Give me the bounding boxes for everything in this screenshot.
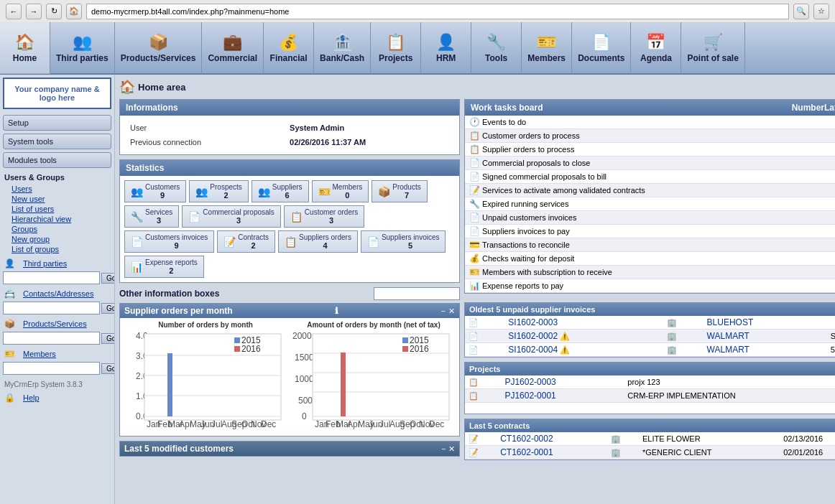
invoice-company-icon: 🏢 xyxy=(663,316,703,330)
contacts-sidebar-link[interactable]: Contacts/Addresses xyxy=(17,289,99,299)
invoice-ref[interactable]: SI1602-0003 xyxy=(504,316,663,330)
stat-item[interactable]: 📄 Commercial proposals 3 xyxy=(182,205,280,228)
task-label[interactable]: 💰Checks waiting for deposit xyxy=(465,252,824,266)
back-button[interactable]: ← xyxy=(6,4,22,19)
invoice-icon-cell: 📄 xyxy=(465,330,504,343)
task-count: 1 xyxy=(824,184,835,197)
nav-third-parties[interactable]: 👥 Third parties xyxy=(50,22,115,74)
user-value: System Admin xyxy=(285,121,453,134)
modules-tools-button[interactable]: Modules tools xyxy=(3,152,111,168)
tools-icon: 🔧 xyxy=(486,33,506,52)
nav-agenda[interactable]: 📅 Agenda xyxy=(631,22,681,74)
nav-members[interactable]: 🎫 Members xyxy=(522,22,572,74)
stat-info: Commercial proposals 3 xyxy=(203,208,274,225)
stat-item[interactable]: 🔧 Services 3 xyxy=(124,205,179,228)
list-of-groups-link[interactable]: List of groups xyxy=(6,244,111,254)
task-label[interactable]: 📄Signed commercial proposals to bill xyxy=(465,170,824,184)
third-parties-go-button[interactable]: Go xyxy=(101,273,115,284)
stat-item[interactable]: 📋 Customer orders 3 xyxy=(284,205,364,228)
invoice-company[interactable]: BLUEHOST xyxy=(703,316,827,330)
nav-financial[interactable]: 💰 Financial xyxy=(264,22,314,74)
system-tools-button[interactable]: System tools xyxy=(3,134,111,149)
stat-item[interactable]: 📄 Customers invoices 9 xyxy=(124,230,214,253)
members-go-button[interactable]: Go xyxy=(101,363,115,374)
task-label[interactable]: 🕐Events to do xyxy=(465,116,824,129)
task-icon: 📄 xyxy=(469,158,480,168)
task-label[interactable]: 📄Suppliers invoices to pay xyxy=(465,225,824,238)
chart-minimize-button[interactable]: − xyxy=(441,307,446,316)
invoice-company[interactable]: WALMART xyxy=(703,343,827,357)
stat-item[interactable]: 👥 Customers 9 xyxy=(124,180,186,202)
search-button[interactable]: 🔍 xyxy=(793,4,809,19)
work-tasks-body: 🕐Events to do 3 📋Customer orders to proc… xyxy=(465,116,835,293)
project-ref[interactable]: PJ1602-0003 xyxy=(501,375,624,389)
third-parties-search-input[interactable] xyxy=(3,271,100,284)
forward-button[interactable]: → xyxy=(26,4,42,19)
nav-projects[interactable]: 📋 Projects xyxy=(371,22,421,74)
groups-link[interactable]: Groups xyxy=(6,224,111,234)
stat-item[interactable]: 📦 Products 7 xyxy=(372,180,427,202)
svg-rect-50 xyxy=(402,337,408,343)
stat-item[interactable]: 👥 Suppliers 6 xyxy=(252,180,309,202)
other-info-search-input[interactable] xyxy=(374,287,460,300)
home-browser-button[interactable]: 🏠 xyxy=(66,4,82,19)
contract-ref[interactable]: CT1602-0002 xyxy=(497,432,607,446)
nav-home[interactable]: 🏠 Home xyxy=(0,22,50,74)
stat-item[interactable]: 👥 Prospects 2 xyxy=(189,180,248,202)
members-search-input[interactable] xyxy=(3,362,100,375)
products-sidebar-icon: 📦 xyxy=(4,319,15,329)
last-customers-close-button[interactable]: ✕ xyxy=(448,444,455,454)
stat-label: Services xyxy=(145,208,172,216)
stat-item[interactable]: 📋 Suppliers orders 4 xyxy=(278,230,358,253)
project-ref[interactable]: PJ1602-0001 xyxy=(501,389,624,403)
task-label[interactable]: 📄Unpaid customers invoices xyxy=(465,211,824,225)
new-group-link[interactable]: New group xyxy=(6,234,111,244)
products-search-input[interactable] xyxy=(3,332,100,345)
users-link[interactable]: Users xyxy=(6,184,111,194)
url-bar[interactable] xyxy=(86,4,789,19)
contacts-go-button[interactable]: Go xyxy=(101,303,115,314)
company-logo[interactable]: Your company name & logo here xyxy=(3,78,111,109)
task-label[interactable]: 🔧Expired running services xyxy=(465,197,824,211)
task-label[interactable]: 📝Services to activate among validated co… xyxy=(465,184,824,197)
list-of-users-link[interactable]: List of users xyxy=(6,204,111,214)
help-link[interactable]: Help xyxy=(17,393,45,403)
nav-point-of-sale[interactable]: 🛒 Point of sale xyxy=(681,22,744,74)
task-label[interactable]: 📋Supplier orders to process xyxy=(465,143,824,157)
stat-item[interactable]: 📄 Suppliers invoices 5 xyxy=(361,230,446,253)
setup-button[interactable]: Setup xyxy=(3,115,111,131)
invoice-company[interactable]: WALMART xyxy=(703,330,827,343)
nav-hrm[interactable]: 👤 HRM xyxy=(421,22,471,74)
prev-conn-label: Previous connection xyxy=(126,136,284,149)
nav-bank-cash[interactable]: 🏦 Bank/Cash xyxy=(314,22,371,74)
new-user-link[interactable]: New user xyxy=(6,194,111,204)
task-label[interactable]: 🎫Members with subscription to receive xyxy=(465,266,824,279)
task-label[interactable]: 📋Customer orders to process xyxy=(465,129,824,143)
contract-ref[interactable]: CT1602-0001 xyxy=(497,446,607,459)
products-go-button[interactable]: Go xyxy=(101,333,115,344)
nav-tools[interactable]: 🔧 Tools xyxy=(471,22,522,74)
nav-products-services[interactable]: 📦 Products/Services xyxy=(115,22,203,74)
stat-item[interactable]: 📝 Contracts 2 xyxy=(217,230,275,253)
task-label[interactable]: 💳Transactions to reconcile xyxy=(465,238,824,252)
nav-commercial[interactable]: 💼 Commercial xyxy=(202,22,264,74)
refresh-button[interactable]: ↻ xyxy=(46,4,62,19)
nav-documents[interactable]: 📄 Documents xyxy=(572,22,631,74)
task-label[interactable]: 📊Expense reports to pay xyxy=(465,279,824,293)
last-customers-minimize-button[interactable]: − xyxy=(441,444,446,453)
stat-item[interactable]: 📊 Expense reports 2 xyxy=(124,256,204,278)
stat-item[interactable]: 🎫 Members 0 xyxy=(312,180,369,202)
products-sidebar-link[interactable]: Products/Services xyxy=(17,319,93,329)
contacts-search-input[interactable] xyxy=(3,302,100,314)
bookmark-button[interactable]: ☆ xyxy=(813,4,829,19)
invoice-ref[interactable]: SI1602-0004 ⚠️ xyxy=(504,343,663,357)
work-tasks-col-number: Number xyxy=(781,103,824,113)
invoice-icon-cell: 📄 xyxy=(465,316,504,330)
invoice-ref[interactable]: SI1602-0002 ⚠️ xyxy=(504,330,663,343)
members-sidebar-link[interactable]: Members xyxy=(17,349,62,359)
third-parties-sidebar-link[interactable]: Third parties xyxy=(17,258,73,269)
task-label[interactable]: 📄Commercial proposals to close xyxy=(465,157,824,170)
hierarchical-view-link[interactable]: Hierarchical view xyxy=(6,214,111,224)
chart-close-button[interactable]: ✕ xyxy=(448,307,455,316)
statistics-panel: Statistics 👥 Customers 9 👥 Prospects 2 👥… xyxy=(119,159,460,283)
